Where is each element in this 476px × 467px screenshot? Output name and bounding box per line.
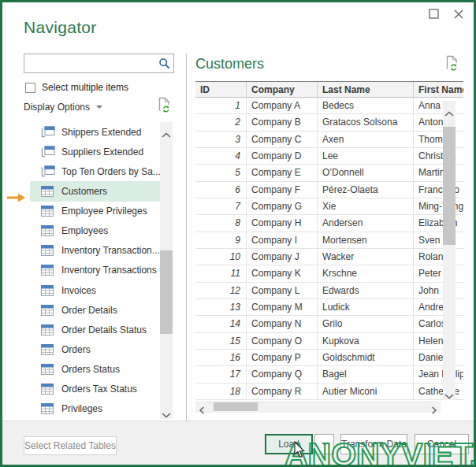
table-cell: Company D [247, 148, 318, 164]
list-item-label: Order Details [61, 305, 117, 316]
chevron-down-icon [96, 106, 102, 109]
list-item-orders[interactable]: Orders [30, 339, 160, 359]
table-cell: 10 [195, 249, 247, 265]
search-box [24, 54, 174, 73]
table-cell: Edwards [318, 283, 414, 298]
table-cell: 5 [195, 165, 247, 180]
table-icon [41, 305, 55, 316]
table-icon [41, 186, 55, 197]
table-cell: Carlos [414, 316, 463, 332]
list-item-invoices[interactable]: Invoices [30, 280, 160, 300]
scrollbar-thumb[interactable] [214, 402, 258, 411]
view-icon [41, 146, 55, 158]
table-cell: 6 [195, 182, 247, 198]
list-item-shippers-extended[interactable]: Shippers Extended [30, 122, 160, 142]
column-header-last-name: Last Name [318, 82, 414, 97]
table-horizontal-scrollbar[interactable] [195, 401, 441, 413]
scroll-left-icon[interactable] [199, 403, 205, 411]
scroll-up-icon[interactable] [162, 128, 171, 134]
search-input[interactable] [28, 56, 157, 72]
table-cell: Bagel [318, 366, 414, 382]
table-icon [41, 245, 55, 256]
table-cell: Company O [247, 333, 318, 349]
list-item-label: Shippers Extended [61, 127, 141, 138]
list-item-inventory-transaction[interactable]: Inventory Transaction... [30, 241, 160, 261]
list-item-label: Privileges [61, 403, 102, 414]
list-item-inventory-transactions[interactable]: Inventory Transactions [30, 261, 160, 280]
table-cell: Andersen [318, 215, 414, 231]
table-row: 4Company DLeeChristina [195, 148, 463, 165]
table-icon [41, 265, 55, 276]
table-cell: Company C [247, 132, 318, 147]
list-item-orders-tax-status[interactable]: Orders Tax Status [30, 380, 160, 399]
list-scrollbar[interactable] [160, 122, 173, 419]
scroll-down-icon[interactable] [444, 388, 454, 395]
table-cell: Company M [247, 299, 318, 315]
scroll-up-icon[interactable] [444, 106, 454, 113]
table-cell: Company G [247, 198, 318, 214]
list-item-employees[interactable]: Employees [30, 221, 160, 241]
select-multiple-checkbox[interactable] [25, 83, 35, 93]
list-item-privileges[interactable]: Privileges [30, 399, 160, 419]
table-cell: Pérez-Olaeta [318, 182, 414, 198]
table-cell: 16 [195, 350, 247, 365]
column-header-first-name: First Name [414, 82, 463, 97]
list-item-order-details-status[interactable]: Order Details Status [30, 320, 160, 339]
scrollbar-thumb[interactable] [160, 250, 173, 334]
list-item-employee-privileges[interactable]: Employee Privileges [30, 202, 160, 221]
table-cell: Company J [247, 249, 318, 265]
table-row: 11Company KKrschnePeter [195, 265, 463, 282]
scroll-right-icon[interactable] [431, 403, 437, 411]
table-vertical-scrollbar[interactable] [443, 101, 456, 400]
table-cell: 2 [195, 114, 247, 130]
load-button[interactable]: Load [265, 434, 313, 454]
table-cell: Mortensen [318, 232, 414, 248]
table-cell: Francisco [414, 182, 463, 198]
display-options-dropdown[interactable]: Display Options [24, 102, 102, 113]
table-cell: Company K [247, 265, 318, 281]
cancel-button[interactable]: Cancel [415, 434, 469, 454]
table-cell: Goldschmidt [318, 350, 414, 365]
list-item-order-details[interactable]: Order Details [30, 300, 160, 320]
list-item-suppliers-extended[interactable]: Suppliers Extended [30, 142, 160, 161]
table-cell: Company P [247, 350, 318, 365]
list-item-top-ten-orders-by-sa[interactable]: Top Ten Orders by Sa... [30, 161, 160, 181]
refresh-source-icon[interactable] [157, 97, 171, 113]
selection-arrow-icon [6, 191, 26, 201]
table-cell: O’Donnell [318, 165, 414, 180]
table-row: 8Company HAndersenElizabeth [195, 215, 463, 232]
transform-data-button[interactable]: Transform Data [340, 434, 407, 454]
list-item-label: Orders Status [61, 364, 120, 375]
list-item-label: Orders Tax Status [61, 384, 137, 395]
load-dropdown-button[interactable] [314, 434, 334, 454]
list-item-orders-status[interactable]: Orders Status [30, 360, 160, 380]
table-cell: Martin [414, 165, 463, 180]
table-row: 6Company FPérez-OlaetaFrancisco [195, 182, 463, 198]
table-cell: Company H [247, 215, 318, 231]
table-cell: Axen [318, 132, 414, 147]
maximize-button[interactable] [425, 7, 442, 23]
table-cell: Elizabeth [414, 215, 463, 231]
column-header-company: Company [247, 82, 318, 97]
view-icon [41, 165, 55, 177]
list-item-label: Order Details Status [61, 324, 147, 335]
list-item-customers[interactable]: Customers [30, 181, 160, 201]
select-related-tables-button[interactable]: Select Related Tables [24, 436, 117, 455]
table-cell: Kupkova [318, 333, 414, 349]
table-row: 2Company BGratacos SolsonaAntonio [195, 114, 463, 131]
scroll-down-icon[interactable] [162, 407, 171, 413]
table-cell: Christina [414, 148, 463, 164]
close-button[interactable] [450, 7, 467, 23]
refresh-preview-icon[interactable] [444, 55, 459, 71]
select-multiple-label: Select multiple items [42, 82, 128, 93]
table-cell: 18 [195, 384, 247, 399]
table-cell: Helena [414, 333, 463, 349]
table-cell: 11 [195, 265, 247, 281]
table-cell: 17 [195, 366, 247, 382]
search-icon[interactable] [158, 57, 171, 70]
list-item-label: Top Ten Orders by Sa... [61, 166, 160, 177]
header-row: IDCompanyLast NameFirst Name [195, 81, 463, 98]
table-cell: Gratacos Solsona [318, 114, 414, 130]
table-cell: 1 [195, 98, 247, 113]
scrollbar-thumb[interactable] [443, 127, 456, 245]
